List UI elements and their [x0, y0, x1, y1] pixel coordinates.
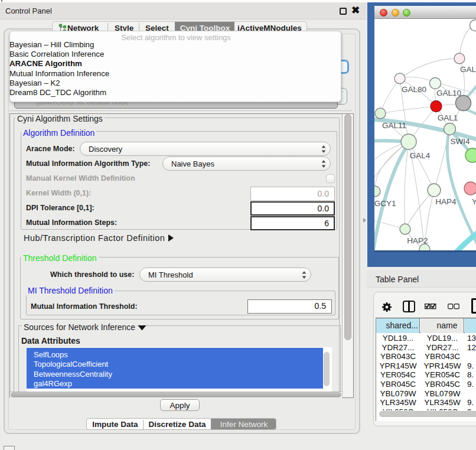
- svg-text:HAP2: HAP2: [407, 236, 428, 245]
- svg-text:GAL80: GAL80: [402, 85, 426, 94]
- svg-text:GAL11: GAL11: [382, 121, 406, 130]
- svg-text:GAL2: GAL2: [460, 65, 476, 74]
- svg-text:Y: Y: [472, 197, 476, 206]
- svg-text:SWI4: SWI4: [450, 137, 470, 146]
- svg-text:GCY1: GCY1: [374, 199, 396, 208]
- svg-text:GAL10: GAL10: [436, 89, 461, 97]
- svg-text:GAL4: GAL4: [410, 151, 431, 160]
- svg-text:HAP4: HAP4: [435, 197, 457, 206]
- svg-text:GAL1: GAL1: [438, 113, 458, 122]
